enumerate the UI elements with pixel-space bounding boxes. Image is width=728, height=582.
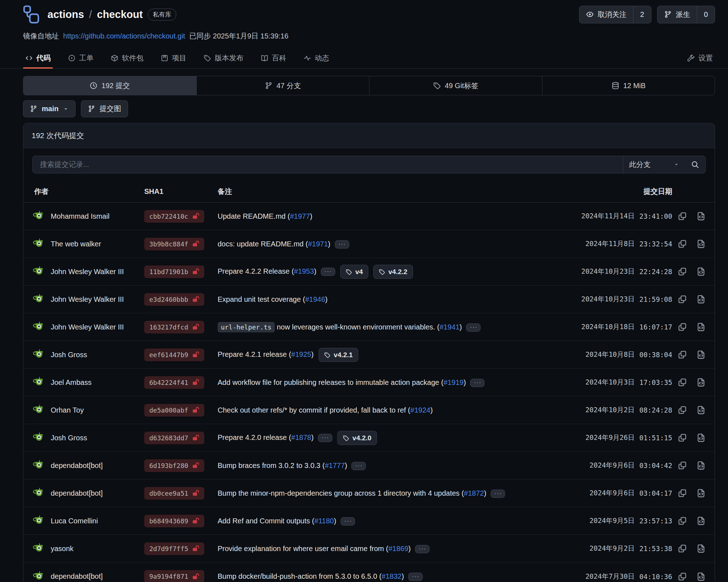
commit-body-toggle-button[interactable]: ···: [470, 379, 484, 387]
avatar[interactable]: [33, 321, 45, 333]
commit-sha-badge[interactable]: d632683dd7: [144, 432, 204, 444]
commit-body-toggle-button[interactable]: ···: [408, 573, 423, 581]
commit-author-name[interactable]: Josh Gross: [51, 351, 87, 359]
commit-author-name[interactable]: Josh Gross: [51, 434, 87, 442]
avatar[interactable]: [33, 570, 45, 582]
site-logo-icon[interactable]: [23, 5, 40, 24]
copy-sha-icon[interactable]: [678, 322, 687, 332]
commit-author-name[interactable]: Joel Ambass: [51, 378, 91, 387]
branch-filter-dropdown[interactable]: 此分支: [623, 156, 685, 173]
tab-activity[interactable]: 动态: [301, 47, 331, 68]
commit-body-toggle-button[interactable]: ···: [351, 462, 366, 470]
commit-sha-badge[interactable]: 6d193bf280: [144, 459, 204, 472]
pr-link[interactable]: #1832: [382, 572, 402, 580]
commit-author-name[interactable]: John Wesley Walker III: [51, 295, 124, 304]
pr-link[interactable]: #1925: [291, 350, 311, 358]
tab-package[interactable]: 软件包: [109, 47, 146, 68]
commit-author-name[interactable]: The web walker: [51, 240, 101, 248]
avatar[interactable]: [33, 542, 45, 555]
browse-source-icon[interactable]: [696, 572, 706, 581]
copy-sha-icon[interactable]: [678, 433, 687, 442]
commit-body-toggle-button[interactable]: ···: [491, 490, 505, 498]
commit-body-toggle-button[interactable]: ···: [318, 434, 332, 442]
stat-tag[interactable]: 49 Git标签: [369, 76, 542, 95]
commit-author-name[interactable]: John Wesley Walker III: [51, 268, 124, 276]
copy-sha-icon[interactable]: [678, 488, 687, 498]
commit-body-toggle-button[interactable]: ···: [415, 545, 429, 553]
commit-sha-badge[interactable]: 6b42224f41: [144, 376, 204, 389]
pr-link[interactable]: #1878: [291, 433, 311, 441]
repo-name-link[interactable]: checkout: [97, 9, 143, 21]
watch-count[interactable]: 2: [633, 6, 651, 23]
pr-link[interactable]: #1946: [305, 295, 325, 303]
copy-sha-icon[interactable]: [678, 350, 687, 359]
copy-sha-icon[interactable]: [678, 544, 687, 553]
avatar[interactable]: [33, 349, 45, 361]
commit-author-name[interactable]: dependabot[bot]: [51, 572, 103, 581]
browse-source-icon[interactable]: [696, 544, 706, 553]
mirror-url-link[interactable]: https://github.com/actions/checkout.git: [63, 32, 185, 40]
browse-source-icon[interactable]: [696, 488, 706, 498]
commit-sha-badge[interactable]: 2d7d9f7ff5: [144, 542, 204, 555]
copy-sha-icon[interactable]: [678, 212, 687, 221]
fork-button[interactable]: 派生 0: [657, 6, 715, 23]
browse-source-icon[interactable]: [696, 350, 706, 359]
commit-sha-badge[interactable]: 3b9b8c884f: [144, 238, 204, 250]
fork-count[interactable]: 0: [697, 6, 715, 23]
avatar[interactable]: [33, 515, 45, 527]
commit-author-name[interactable]: Luca Comellini: [51, 517, 98, 525]
commit-author-name[interactable]: yasonk: [51, 545, 73, 553]
commit-body-toggle-button[interactable]: ···: [335, 240, 349, 249]
copy-sha-icon[interactable]: [678, 295, 687, 304]
tab-project[interactable]: 项目: [159, 47, 188, 68]
pr-link[interactable]: #1869: [388, 545, 409, 553]
stat-database[interactable]: 12 MiB: [542, 76, 715, 95]
commit-sha-badge[interactable]: b684943689: [144, 515, 204, 527]
commit-search-input[interactable]: [33, 156, 623, 173]
avatar[interactable]: [33, 238, 45, 250]
avatar[interactable]: [33, 265, 45, 278]
commit-body-toggle-button[interactable]: ···: [321, 268, 335, 276]
copy-sha-icon[interactable]: [678, 516, 687, 526]
commit-body-toggle-button[interactable]: ···: [341, 517, 355, 526]
pr-link[interactable]: #1872: [464, 489, 484, 497]
commit-sha-badge[interactable]: cbb722410c: [144, 210, 204, 223]
commit-sha-badge[interactable]: 163217dfcd: [144, 321, 204, 333]
pr-link[interactable]: #1971: [308, 240, 328, 248]
commit-graph-button[interactable]: 提交图: [81, 100, 128, 117]
version-tag-button[interactable]: v4: [340, 265, 368, 279]
tab-settings[interactable]: 设置: [685, 47, 715, 68]
copy-sha-icon[interactable]: [678, 378, 687, 387]
browse-source-icon[interactable]: [696, 212, 706, 221]
commit-author-name[interactable]: dependabot[bot]: [51, 489, 103, 497]
pr-link[interactable]: #1924: [410, 406, 431, 414]
pr-link[interactable]: #1777: [325, 461, 345, 469]
stat-branch[interactable]: 47 分支: [196, 76, 369, 95]
avatar[interactable]: [33, 487, 45, 499]
copy-sha-icon[interactable]: [678, 461, 687, 470]
commit-author-name[interactable]: Orhan Toy: [51, 406, 84, 414]
branch-selector[interactable]: main: [23, 100, 76, 117]
browse-source-icon[interactable]: [696, 461, 706, 470]
browse-source-icon[interactable]: [696, 239, 706, 249]
avatar[interactable]: [33, 404, 45, 416]
copy-sha-icon[interactable]: [678, 405, 687, 415]
version-tag-button[interactable]: v4.2.2: [373, 265, 413, 279]
avatar[interactable]: [33, 376, 45, 388]
commit-sha-badge[interactable]: de5a000abf: [144, 404, 204, 417]
browse-source-icon[interactable]: [696, 378, 706, 387]
tab-issue[interactable]: 工单: [66, 47, 96, 68]
commit-author-name[interactable]: John Wesley Walker III: [51, 323, 124, 331]
browse-source-icon[interactable]: [696, 405, 706, 415]
version-tag-button[interactable]: v4.2.0: [337, 431, 377, 445]
pr-link[interactable]: #1941: [440, 323, 460, 331]
pr-link[interactable]: #1180: [314, 517, 334, 525]
commit-body-toggle-button[interactable]: ···: [466, 323, 481, 332]
pr-link[interactable]: #1977: [290, 212, 310, 220]
copy-sha-icon[interactable]: [678, 267, 687, 276]
repo-owner-link[interactable]: actions: [47, 9, 84, 21]
avatar[interactable]: [33, 432, 45, 444]
browse-source-icon[interactable]: [696, 322, 706, 332]
unwatch-button[interactable]: 取消关注 2: [579, 6, 651, 23]
pr-link[interactable]: #1953: [294, 267, 314, 275]
